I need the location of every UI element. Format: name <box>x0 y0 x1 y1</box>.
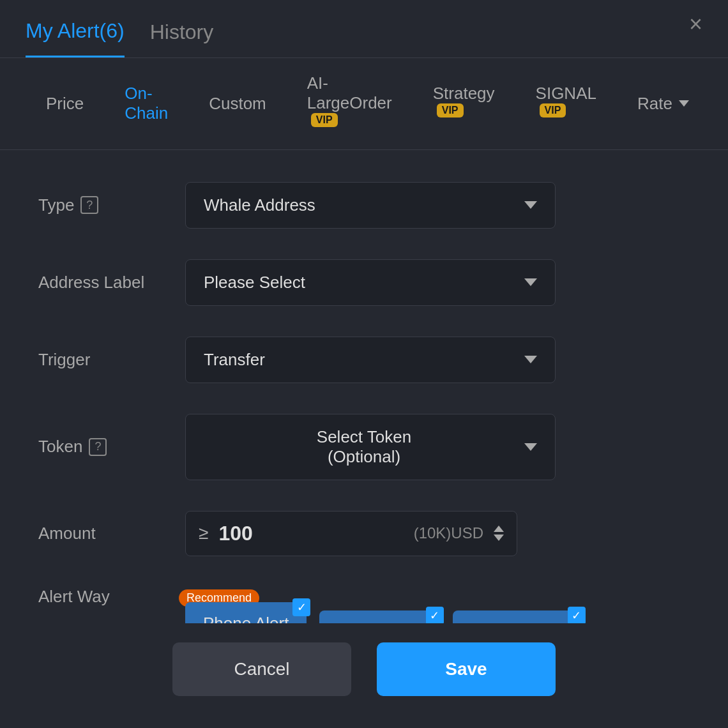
trigger-label: Trigger <box>38 350 185 370</box>
trigger-row: Trigger Transfer <box>38 337 690 383</box>
trigger-chevron-icon <box>524 356 537 363</box>
amount-ge-symbol: ≥ <box>199 523 208 543</box>
type-row: Type ? Whale Address <box>38 182 690 229</box>
close-button[interactable]: × <box>689 13 702 36</box>
amount-unit: (10K)USD <box>414 524 483 542</box>
amount-box: ≥ 100 (10K)USD <box>185 511 517 556</box>
app-notice-label: APP Notice <box>337 622 421 623</box>
alert-dialog: My Alert(6) History × Price On-Chain Cus… <box>0 0 728 728</box>
subnav-custom[interactable]: Custom <box>188 79 287 129</box>
token-label: Token ? <box>38 437 185 457</box>
type-control: Whale Address <box>185 182 556 229</box>
address-label-label: Address Label <box>38 273 185 292</box>
chevron-down-icon <box>679 100 689 107</box>
alert-way-section: Recommend ✓ Phone Alert [94 remaining] ✓… <box>185 587 690 623</box>
subnav-strategy[interactable]: StrategyVIP <box>413 68 515 140</box>
phone-alert-label: Phone Alert <box>203 614 289 623</box>
amount-value[interactable]: 100 <box>218 522 403 545</box>
subnav-rate[interactable]: Rate <box>617 79 709 129</box>
phone-alert-check-icon: ✓ <box>292 598 310 616</box>
footer: Cancel Save <box>0 623 728 728</box>
app-notice-check-icon: ✓ <box>426 607 444 623</box>
address-label-row: Address Label Please Select <box>38 259 690 306</box>
cancel-button[interactable]: Cancel <box>172 642 351 696</box>
token-row: Token ? Select Token (Optional) <box>38 414 690 480</box>
subnav-price[interactable]: Price <box>26 79 104 129</box>
address-label-chevron-icon <box>524 278 537 286</box>
address-label-control: Please Select <box>185 259 556 306</box>
token-chevron-icon <box>524 443 537 451</box>
type-chevron-icon <box>524 201 537 209</box>
address-label-value: Please Select <box>204 273 305 292</box>
token-select[interactable]: Select Token (Optional) <box>185 414 556 480</box>
notify-pc-wrapper: ✓ Notify on PC <box>453 610 582 623</box>
token-value: Select Token (Optional) <box>204 427 524 467</box>
trigger-control: Transfer <box>185 337 556 383</box>
amount-label: Amount <box>38 524 185 543</box>
amount-spinner-down[interactable] <box>494 535 504 541</box>
notify-pc-check-icon: ✓ <box>568 607 586 623</box>
tab-my-alert[interactable]: My Alert(6) <box>26 19 125 57</box>
amount-control: ≥ 100 (10K)USD <box>185 511 517 556</box>
notify-pc-label: Notify on PC <box>471 622 564 623</box>
vip-badge-signal: VIP <box>540 103 566 118</box>
type-value: Whale Address <box>204 195 315 215</box>
token-control: Select Token (Optional) <box>185 414 556 480</box>
alert-way-row: Alert Way Recommend ✓ Phone Alert [94 re… <box>38 587 690 623</box>
trigger-value: Transfer <box>204 350 265 370</box>
alert-buttons: Recommend ✓ Phone Alert [94 remaining] ✓… <box>185 587 690 623</box>
type-help-icon[interactable]: ? <box>80 196 98 214</box>
app-notice-wrapper: ✓ APP Notice <box>319 610 439 623</box>
subnav-ailargeorder[interactable]: AI-LargeOrderVIP <box>287 58 413 149</box>
alert-way-label: Alert Way <box>38 587 185 607</box>
vip-badge-ailargeorder: VIP <box>311 113 338 127</box>
type-select[interactable]: Whale Address <box>185 182 556 229</box>
amount-spinner <box>494 526 504 541</box>
address-label-select[interactable]: Please Select <box>185 259 556 306</box>
type-label: Type ? <box>38 195 185 215</box>
amount-row: Amount ≥ 100 (10K)USD <box>38 511 690 556</box>
trigger-select[interactable]: Transfer <box>185 337 556 383</box>
phone-alert-wrapper: Recommend ✓ Phone Alert [94 remaining] <box>185 602 307 623</box>
app-notice-button[interactable]: ✓ APP Notice <box>319 610 439 623</box>
save-button[interactable]: Save <box>377 642 556 696</box>
phone-alert-button[interactable]: ✓ Phone Alert [94 remaining] <box>185 602 307 623</box>
subnav-onchain[interactable]: On-Chain <box>104 68 188 139</box>
notify-pc-button[interactable]: ✓ Notify on PC <box>453 610 582 623</box>
subnav-signal[interactable]: SIGNALVIP <box>515 68 617 140</box>
header: My Alert(6) History × <box>0 0 728 58</box>
token-help-icon[interactable]: ? <box>89 438 107 456</box>
form-main: Type ? Whale Address Address Label Pleas… <box>0 150 728 623</box>
amount-spinner-up[interactable] <box>494 526 504 532</box>
tab-history[interactable]: History <box>150 20 214 57</box>
vip-badge-strategy: VIP <box>437 103 464 118</box>
subnav: Price On-Chain Custom AI-LargeOrderVIP S… <box>0 58 728 150</box>
